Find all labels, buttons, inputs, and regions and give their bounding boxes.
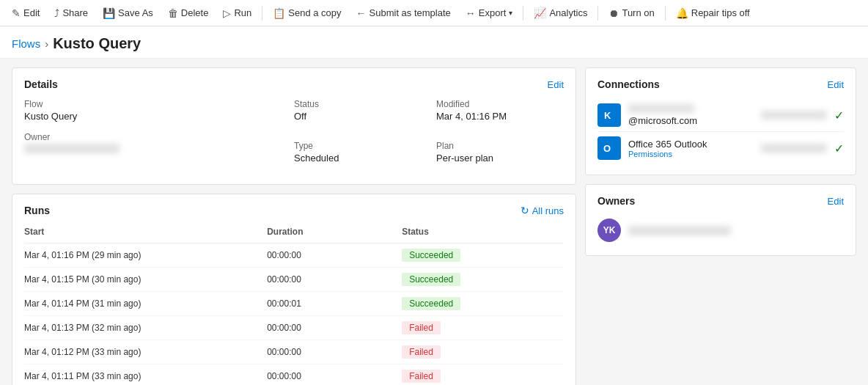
share-button[interactable]: ⤴ Share: [48, 4, 94, 22]
turn-on-label: Turn on: [622, 7, 654, 18]
breadcrumb-separator: ›: [45, 37, 48, 50]
repair-tips-label: Repair tips off: [691, 7, 750, 18]
run-duration: 00:00:00: [267, 364, 402, 386]
owners-title: Owners: [597, 195, 635, 207]
submit-icon: ←: [356, 7, 367, 19]
type-detail: Type Scheduled: [294, 141, 422, 164]
repair-tips-button[interactable]: 🔔 Repair tips off: [670, 4, 756, 22]
analytics-label: Analytics: [549, 7, 587, 18]
owners-card: Owners Edit YK: [585, 184, 856, 256]
run-status: Failed: [402, 364, 564, 386]
connections-card: Connections Edit K @microsoft.com ✓ O: [585, 67, 856, 175]
runs-header-row: Start Duration Status: [24, 224, 564, 243]
all-runs-label: All runs: [532, 205, 564, 216]
run-status: Succeeded: [402, 292, 564, 316]
plan-detail: Plan Per-user plan: [436, 141, 564, 164]
kusto-status-icon: ✓: [834, 109, 844, 122]
kusto-icon: K: [597, 103, 621, 127]
connections-header: Connections Edit: [597, 78, 844, 90]
owners-header: Owners Edit: [597, 195, 844, 207]
run-start: Mar 4, 01:11 PM (33 min ago): [24, 364, 267, 386]
export-chevron-icon: ▾: [509, 9, 512, 17]
plan-label: Plan: [436, 141, 564, 151]
flow-detail: Flow Kusto Query: [24, 99, 294, 122]
table-row[interactable]: Mar 4, 01:16 PM (29 min ago)00:00:00Succ…: [24, 243, 564, 268]
toolbar-divider-2: [523, 6, 523, 21]
run-duration: 00:00:00: [267, 316, 402, 340]
outlook-permissions-link[interactable]: Permissions: [628, 150, 754, 158]
owner-row: YK: [597, 216, 844, 245]
edit-icon: ✎: [12, 7, 21, 19]
runs-card: Runs ↻ All runs Start Duration Status Ma…: [12, 194, 576, 385]
export-button[interactable]: ↔ Export ▾: [460, 4, 519, 22]
status-value: Off: [294, 111, 422, 122]
analytics-button[interactable]: 📈 Analytics: [528, 4, 593, 22]
bell-icon: 🔔: [676, 7, 688, 19]
delete-label: Delete: [181, 7, 209, 18]
owners-edit-button[interactable]: Edit: [828, 196, 844, 207]
toolbar-divider-3: [597, 6, 598, 21]
run-label: Run: [234, 7, 251, 18]
modified-detail: Modified Mar 4, 01:16 PM: [436, 99, 564, 122]
save-as-button[interactable]: 💾 Save As: [97, 4, 159, 22]
details-right: Status Off Modified Mar 4, 01:16 PM Type…: [294, 99, 564, 174]
run-status: Failed: [402, 340, 564, 364]
table-row[interactable]: Mar 4, 01:13 PM (32 min ago)00:00:00Fail…: [24, 316, 564, 340]
flow-label: Flow: [24, 99, 294, 109]
status-detail: Status Off: [294, 99, 422, 122]
status-label: Status: [294, 99, 422, 109]
run-duration: 00:00:00: [267, 268, 402, 292]
kusto-conn-info: @microsoft.com: [628, 104, 754, 126]
runs-table: Start Duration Status Mar 4, 01:16 PM (2…: [24, 224, 564, 385]
details-edit-button[interactable]: Edit: [548, 79, 564, 90]
kusto-conn-name: @microsoft.com: [628, 104, 754, 126]
table-row[interactable]: Mar 4, 01:12 PM (33 min ago)00:00:00Fail…: [24, 340, 564, 364]
details-title: Details: [24, 78, 58, 90]
connection-outlook: O Office 365 Outlook Permissions ✓: [597, 132, 844, 164]
table-row[interactable]: Mar 4, 01:14 PM (31 min ago)00:00:01Succ…: [24, 292, 564, 316]
breadcrumb-parent[interactable]: Flows: [12, 37, 40, 50]
outlook-icon: O: [597, 136, 621, 160]
connections-edit-button[interactable]: Edit: [828, 79, 844, 90]
turn-on-button[interactable]: ⏺ Turn on: [603, 4, 660, 22]
table-row[interactable]: Mar 4, 01:15 PM (30 min ago)00:00:00Succ…: [24, 268, 564, 292]
col-status-header: Status: [402, 224, 564, 243]
col-duration-header: Duration: [267, 224, 402, 243]
outlook-conn-name: Office 365 Outlook: [628, 139, 754, 150]
save-icon: 💾: [103, 7, 115, 19]
run-duration: 00:00:00: [267, 243, 402, 268]
run-button[interactable]: ▷ Run: [217, 4, 257, 22]
breadcrumb-current: Kusto Query: [53, 35, 141, 52]
connections-title: Connections: [597, 78, 660, 90]
submit-template-label: Submit as template: [369, 7, 451, 18]
share-icon: ⤴: [54, 7, 59, 19]
owner-value: [24, 144, 294, 155]
edit-button[interactable]: ✎ Edit: [6, 4, 45, 22]
runs-table-body: Mar 4, 01:16 PM (29 min ago)00:00:00Succ…: [24, 243, 564, 386]
runs-title: Runs: [24, 205, 50, 216]
outlook-conn-info: Office 365 Outlook Permissions: [628, 139, 754, 158]
status-badge: Failed: [402, 345, 441, 359]
type-label: Type: [294, 141, 422, 151]
owner-label: Owner: [24, 132, 294, 142]
export-icon: ↔: [466, 7, 476, 19]
svg-text:K: K: [604, 110, 611, 121]
send-copy-button[interactable]: 📋 Send a copy: [267, 4, 347, 22]
status-badge: Failed: [402, 370, 441, 383]
delete-icon: 🗑: [168, 7, 178, 19]
delete-button[interactable]: 🗑 Delete: [162, 4, 215, 22]
kusto-account-blurred: [761, 111, 827, 120]
all-runs-button[interactable]: ↻ All runs: [521, 205, 564, 216]
modified-value: Mar 4, 01:16 PM: [436, 111, 564, 122]
status-badge: Succeeded: [402, 297, 460, 310]
edit-label: Edit: [23, 7, 40, 18]
status-badge: Succeeded: [402, 273, 460, 286]
send-copy-icon: 📋: [273, 7, 285, 19]
table-row[interactable]: Mar 4, 01:11 PM (33 min ago)00:00:00Fail…: [24, 364, 564, 386]
toolbar: ✎ Edit ⤴ Share 💾 Save As 🗑 Delete ▷ Run …: [0, 0, 868, 26]
run-start: Mar 4, 01:14 PM (31 min ago): [24, 292, 267, 316]
flow-value: Kusto Query: [24, 111, 294, 122]
submit-template-button[interactable]: ← Submit as template: [350, 4, 457, 22]
save-as-label: Save As: [118, 7, 153, 18]
run-status: Failed: [402, 316, 564, 340]
